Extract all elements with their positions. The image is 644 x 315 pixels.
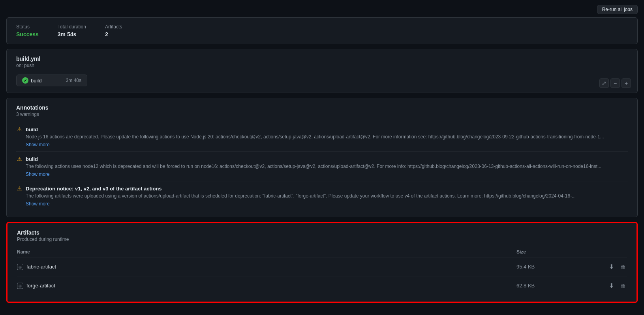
artifacts-count-value: 2 [105,31,108,37]
zoom-fit-button[interactable]: ⤢ [599,78,609,88]
duration-value: 3m 54s [58,31,76,37]
delete-button-1[interactable] [619,262,627,272]
annotations-title: Annotations [16,104,628,111]
show-more-link-3[interactable]: Show more [26,201,50,207]
warning-icon-2: ⚠ [16,156,23,162]
artifact-name-1: fabric-artifact [26,264,56,270]
delete-icon-1 [620,263,625,270]
job-left: build [22,77,41,84]
artifact-name-cell-2: ◎ forge-artifact [17,276,516,295]
artifacts-card: Artifacts Produced during runtime Name S… [6,222,638,303]
annotation-job-3: Deprecation notice: v1, v2, and v3 of th… [26,186,162,192]
show-more-link-1[interactable]: Show more [26,142,50,147]
annotation-header-3: ⚠ Deprecation notice: v1, v2, and v3 of … [16,185,628,192]
annotation-job-2: build [26,156,38,162]
status-label: Status [16,24,39,30]
status-item: Status Success [16,24,39,37]
status-value: Success [16,31,39,37]
artifacts-subtitle: Produced during runtime [17,237,627,242]
duration-label: Total duration [58,24,86,30]
zip-icon-2: ◎ [17,283,23,289]
download-button-2[interactable] [607,280,616,291]
rerun-all-jobs-button[interactable]: Re-run all jobs [597,5,638,14]
download-button-1[interactable] [607,261,616,272]
artifact-actions-2 [595,280,627,291]
download-icon-1 [609,263,614,270]
job-duration: 3m 40s [66,78,81,83]
artifact-name-cell-1: ◎ fabric-artifact [17,257,516,276]
artifacts-title: Artifacts [17,229,627,236]
annotation-item-2: ⚠ build The following actions uses node1… [16,151,628,181]
download-icon-2 [609,282,614,289]
annotation-item-3: ⚠ Deprecation notice: v1, v2, and v3 of … [16,181,628,211]
zoom-out-button[interactable]: − [610,78,620,88]
artifact-name-2: forge-artifact [26,283,55,289]
zoom-in-button[interactable]: + [621,78,631,88]
delete-icon-2 [620,282,625,289]
artifact-row-1: ◎ fabric-artifact 95.4 KB [17,257,627,276]
workflow-card: build.yml on: push build 3m 40s ⤢ − + [6,49,638,93]
warning-icon-3: ⚠ [16,185,23,192]
annotation-header-2: ⚠ build [16,156,628,162]
annotations-card: Annotations 3 warnings ⚠ build Node.js 1… [6,98,638,217]
artifact-actions-1 [595,261,627,272]
workflow-title: build.yml [16,56,628,62]
artifact-size-1: 95.4 KB [516,257,595,276]
artifact-row-2: ◎ forge-artifact 62.8 KB [17,276,627,295]
annotation-header-1: ⚠ build [16,126,628,132]
zip-icon-1: ◎ [17,264,23,270]
zoom-controls: ⤢ − + [599,78,631,88]
delete-button-2[interactable] [619,281,627,291]
artifacts-count-item: Artifacts 2 [105,24,122,37]
artifact-size-2: 62.8 KB [516,276,595,295]
workflow-subtitle: on: push [16,63,628,68]
job-button[interactable]: build 3m 40s [16,75,87,86]
job-name: build [31,78,41,84]
annotation-msg-3: The following artifacts were uploaded us… [26,193,618,199]
show-more-link-2[interactable]: Show more [26,171,50,177]
col-header-name: Name [17,247,516,257]
annotation-msg-2: The following actions uses node12 which … [26,164,618,169]
annotation-item-1: ⚠ build Node.js 16 actions are deprecate… [16,122,628,151]
artifacts-count-label: Artifacts [105,24,122,30]
annotations-subtitle: 3 warnings [16,112,628,117]
success-check-icon [22,77,28,84]
artifacts-table: Name Size ◎ fabric-artifact 95.4 KB [17,247,627,295]
duration-item: Total duration 3m 54s [58,24,86,37]
warning-icon-1: ⚠ [16,126,23,132]
annotation-msg-1: Node.js 16 actions are deprecated. Pleas… [26,134,618,140]
col-header-size: Size [516,247,595,257]
annotation-job-1: build [26,127,38,132]
status-card: Status Success Total duration 3m 54s Art… [6,17,638,44]
